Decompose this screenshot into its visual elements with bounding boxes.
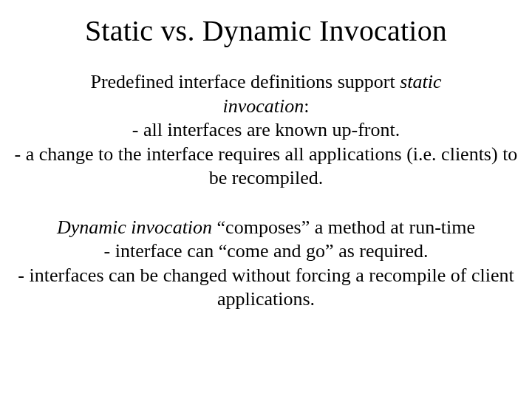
dynamic-bullet-2: - interfaces can be changed without forc…: [7, 264, 525, 312]
static-lead-line2: invocation:: [7, 95, 525, 119]
static-lead-d: :: [304, 95, 309, 117]
slide-title: Static vs. Dynamic Invocation: [0, 0, 532, 48]
dynamic-lead-b: “composes” a method at run-time: [212, 216, 475, 238]
dynamic-lead-a: Dynamic invocation: [57, 216, 212, 238]
dynamic-paragraph: Dynamic invocation “composes” a method a…: [7, 216, 525, 312]
static-lead-line1: Predefined interface definitions support…: [7, 70, 525, 95]
static-lead-b: static: [400, 71, 441, 92]
static-bullet-1: - all interfaces are known up-front.: [7, 118, 525, 143]
static-bullet-2: - a change to the interface requires all…: [7, 143, 525, 191]
static-lead-a: Predefined interface definitions support: [90, 71, 400, 92]
static-lead-c: invocation: [223, 95, 304, 117]
dynamic-bullet-1: - interface can “come and go” as require…: [7, 239, 525, 264]
static-paragraph: Predefined interface definitions support…: [7, 70, 525, 191]
slide: Static vs. Dynamic Invocation Predefined…: [0, 0, 532, 399]
dynamic-lead-line: Dynamic invocation “composes” a method a…: [7, 216, 525, 240]
